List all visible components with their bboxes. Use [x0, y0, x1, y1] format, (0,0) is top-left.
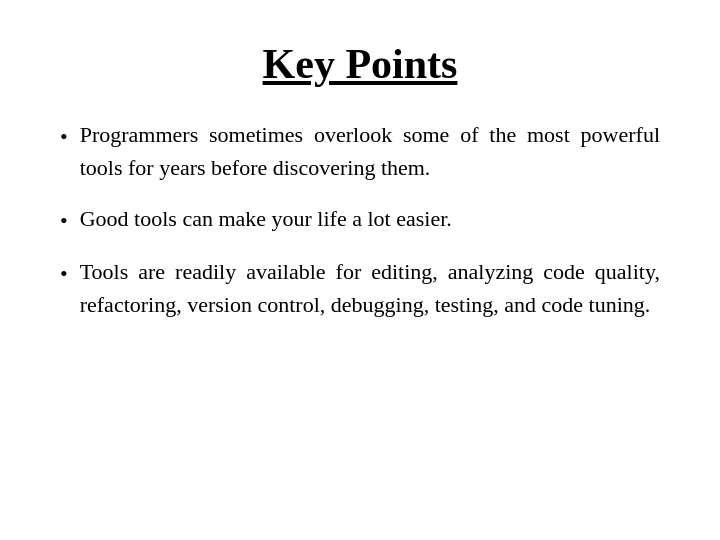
list-item: • Tools are readily available for editin…	[60, 255, 660, 321]
content-area: • Programmers sometimes overlook some of…	[60, 118, 660, 510]
bullet-dot-1: •	[60, 120, 68, 153]
bullet-text-2: Good tools can make your life a lot easi…	[80, 202, 452, 235]
list-item: • Good tools can make your life a lot ea…	[60, 202, 660, 237]
bullet-dot-3: •	[60, 257, 68, 290]
list-item: • Programmers sometimes overlook some of…	[60, 118, 660, 184]
slide-container: Key Points • Programmers sometimes overl…	[0, 0, 720, 540]
title-area: Key Points	[60, 40, 660, 88]
bullet-dot-2: •	[60, 204, 68, 237]
bullet-text-1: Programmers sometimes overlook some of t…	[80, 118, 660, 184]
bullet-text-3: Tools are readily available for editing,…	[80, 255, 660, 321]
slide-title: Key Points	[60, 40, 660, 88]
